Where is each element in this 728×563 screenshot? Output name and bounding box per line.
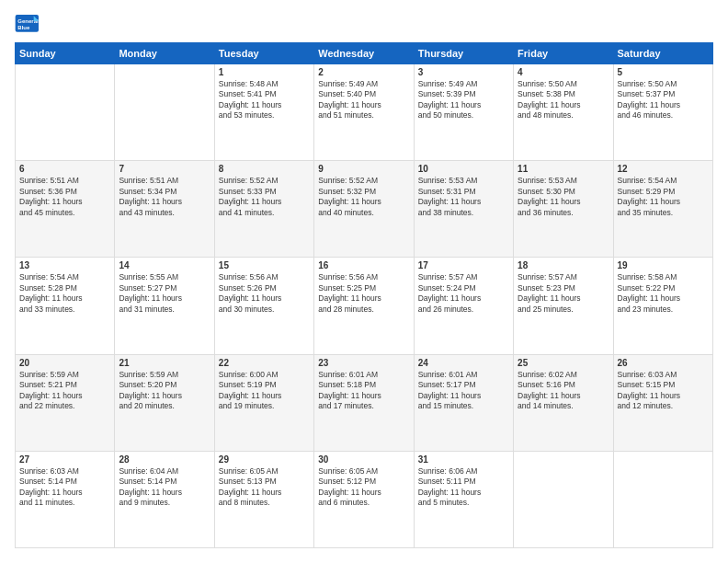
calendar-day-cell: 4Sunrise: 5:50 AM Sunset: 5:38 PM Daylig… [514,64,613,161]
day-number: 12 [618,164,709,174]
day-info: Sunrise: 5:50 AM Sunset: 5:37 PM Dayligh… [618,79,709,121]
calendar-day-cell [16,64,115,161]
calendar-week-row: 1Sunrise: 5:48 AM Sunset: 5:41 PM Daylig… [16,64,713,161]
calendar-day-cell: 5Sunrise: 5:50 AM Sunset: 5:37 PM Daylig… [613,64,712,161]
day-info: Sunrise: 6:06 AM Sunset: 5:11 PM Dayligh… [418,466,509,509]
day-info: Sunrise: 5:53 AM Sunset: 5:31 PM Dayligh… [418,176,509,218]
day-info: Sunrise: 5:49 AM Sunset: 5:40 PM Dayligh… [318,79,409,121]
calendar-week-row: 20Sunrise: 5:59 AM Sunset: 5:21 PM Dayli… [16,354,713,451]
day-number: 16 [318,260,409,270]
day-info: Sunrise: 5:53 AM Sunset: 5:30 PM Dayligh… [518,176,609,218]
day-info: Sunrise: 5:56 AM Sunset: 5:25 PM Dayligh… [318,272,409,315]
day-number: 25 [518,358,609,368]
calendar-day-cell [115,64,214,161]
calendar-day-cell: 23Sunrise: 6:01 AM Sunset: 5:18 PM Dayli… [314,354,414,451]
day-info: Sunrise: 5:58 AM Sunset: 5:22 PM Dayligh… [618,272,709,315]
calendar-day-cell: 25Sunrise: 6:02 AM Sunset: 5:16 PM Dayli… [514,354,613,451]
day-number: 8 [219,164,310,174]
day-info: Sunrise: 6:02 AM Sunset: 5:16 PM Dayligh… [518,370,609,412]
calendar-day-cell: 11Sunrise: 5:53 AM Sunset: 5:30 PM Dayli… [514,161,613,258]
calendar-day-cell: 8Sunrise: 5:52 AM Sunset: 5:33 PM Daylig… [214,161,313,258]
calendar-day-cell: 16Sunrise: 5:56 AM Sunset: 5:25 PM Dayli… [314,258,414,354]
day-info: Sunrise: 6:05 AM Sunset: 5:12 PM Dayligh… [318,466,409,509]
weekday-header-thursday: Thursday [414,43,513,64]
calendar-day-cell: 27Sunrise: 6:03 AM Sunset: 5:14 PM Dayli… [16,451,115,547]
day-number: 13 [19,260,110,270]
calendar-day-cell: 17Sunrise: 5:57 AM Sunset: 5:24 PM Dayli… [414,258,513,354]
day-info: Sunrise: 5:50 AM Sunset: 5:38 PM Dayligh… [518,79,609,121]
day-number: 15 [219,260,310,270]
calendar-day-cell: 12Sunrise: 5:54 AM Sunset: 5:29 PM Dayli… [613,161,712,258]
calendar-week-row: 6Sunrise: 5:51 AM Sunset: 5:36 PM Daylig… [16,161,713,258]
day-number: 17 [418,260,509,270]
calendar-table: SundayMondayTuesdayWednesdayThursdayFrid… [15,42,713,548]
day-number: 30 [318,454,409,465]
day-number: 24 [418,358,509,368]
day-number: 7 [119,164,210,174]
weekday-header-wednesday: Wednesday [314,43,414,64]
calendar-day-cell: 10Sunrise: 5:53 AM Sunset: 5:31 PM Dayli… [414,161,513,258]
day-number: 31 [418,454,509,465]
day-info: Sunrise: 5:51 AM Sunset: 5:36 PM Dayligh… [19,176,110,218]
day-info: Sunrise: 5:52 AM Sunset: 5:33 PM Dayligh… [219,176,310,218]
calendar-day-cell: 21Sunrise: 5:59 AM Sunset: 5:20 PM Dayli… [115,354,214,451]
weekday-header-saturday: Saturday [613,43,712,64]
calendar-day-cell: 13Sunrise: 5:54 AM Sunset: 5:28 PM Dayli… [16,258,115,354]
day-number: 28 [119,454,210,465]
calendar-day-cell: 7Sunrise: 5:51 AM Sunset: 5:34 PM Daylig… [115,161,214,258]
day-number: 6 [19,164,110,174]
calendar-day-cell [514,451,613,547]
day-number: 5 [618,67,709,77]
day-info: Sunrise: 5:56 AM Sunset: 5:26 PM Dayligh… [219,272,310,315]
day-number: 26 [618,358,709,368]
day-number: 4 [518,67,609,77]
calendar-day-cell: 24Sunrise: 6:01 AM Sunset: 5:17 PM Dayli… [414,354,513,451]
day-info: Sunrise: 5:57 AM Sunset: 5:23 PM Dayligh… [518,272,609,315]
day-number: 2 [318,67,409,77]
day-number: 29 [219,454,310,465]
calendar-day-cell: 3Sunrise: 5:49 AM Sunset: 5:39 PM Daylig… [414,64,513,161]
day-info: Sunrise: 5:55 AM Sunset: 5:27 PM Dayligh… [119,272,210,315]
day-info: Sunrise: 6:00 AM Sunset: 5:19 PM Dayligh… [219,370,310,412]
day-number: 21 [119,358,210,368]
calendar-day-cell: 1Sunrise: 5:48 AM Sunset: 5:41 PM Daylig… [214,64,313,161]
day-info: Sunrise: 6:01 AM Sunset: 5:18 PM Dayligh… [318,370,409,412]
day-info: Sunrise: 6:04 AM Sunset: 5:14 PM Dayligh… [119,466,210,509]
day-info: Sunrise: 5:59 AM Sunset: 5:21 PM Dayligh… [19,370,110,412]
weekday-header-monday: Monday [115,43,214,64]
day-info: Sunrise: 6:03 AM Sunset: 5:15 PM Dayligh… [618,370,709,412]
calendar-day-cell: 30Sunrise: 6:05 AM Sunset: 5:12 PM Dayli… [314,451,414,547]
calendar-day-cell: 15Sunrise: 5:56 AM Sunset: 5:26 PM Dayli… [214,258,313,354]
day-info: Sunrise: 5:48 AM Sunset: 5:41 PM Dayligh… [219,79,310,121]
day-number: 27 [19,454,110,465]
day-info: Sunrise: 5:52 AM Sunset: 5:32 PM Dayligh… [318,176,409,218]
calendar-header-row: SundayMondayTuesdayWednesdayThursdayFrid… [16,43,713,64]
calendar-day-cell: 14Sunrise: 5:55 AM Sunset: 5:27 PM Dayli… [115,258,214,354]
day-number: 20 [19,358,110,368]
calendar-day-cell: 18Sunrise: 5:57 AM Sunset: 5:23 PM Dayli… [514,258,613,354]
day-number: 9 [318,164,409,174]
day-info: Sunrise: 6:01 AM Sunset: 5:17 PM Dayligh… [418,370,509,412]
weekday-header-tuesday: Tuesday [214,43,313,64]
logo-icon: General Blue [15,15,40,33]
weekday-header-friday: Friday [514,43,613,64]
day-info: Sunrise: 5:54 AM Sunset: 5:28 PM Dayligh… [19,272,110,315]
calendar-day-cell: 2Sunrise: 5:49 AM Sunset: 5:40 PM Daylig… [314,64,414,161]
day-info: Sunrise: 5:54 AM Sunset: 5:29 PM Dayligh… [618,176,709,218]
day-number: 10 [418,164,509,174]
calendar-week-row: 27Sunrise: 6:03 AM Sunset: 5:14 PM Dayli… [16,451,713,547]
day-number: 1 [219,67,310,77]
day-info: Sunrise: 5:57 AM Sunset: 5:24 PM Dayligh… [418,272,509,315]
calendar-day-cell: 26Sunrise: 6:03 AM Sunset: 5:15 PM Dayli… [613,354,712,451]
weekday-header-sunday: Sunday [16,43,115,64]
day-number: 3 [418,67,509,77]
calendar-day-cell: 20Sunrise: 5:59 AM Sunset: 5:21 PM Dayli… [16,354,115,451]
day-number: 18 [518,260,609,270]
svg-text:Blue: Blue [17,25,30,30]
day-info: Sunrise: 6:05 AM Sunset: 5:13 PM Dayligh… [219,466,310,509]
day-number: 11 [518,164,609,174]
day-number: 23 [318,358,409,368]
day-number: 19 [618,260,709,270]
day-number: 14 [119,260,210,270]
page-header: General Blue [15,15,713,33]
